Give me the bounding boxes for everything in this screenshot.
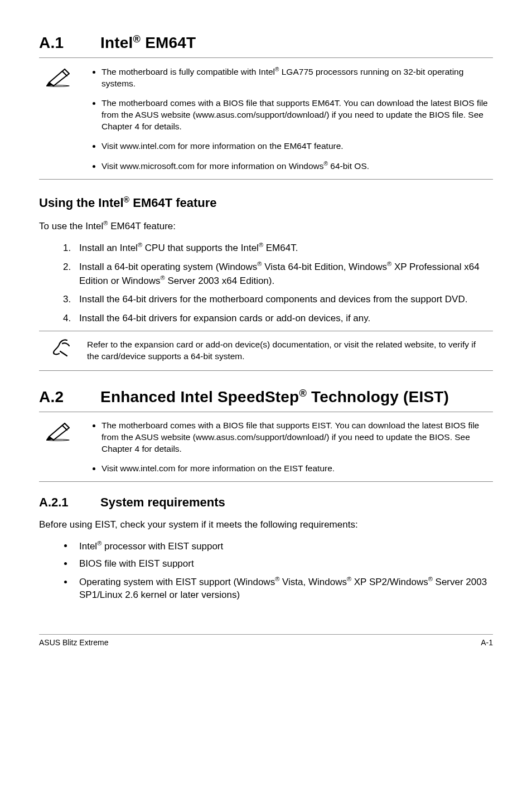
section-title-text: Enhanced Intel SpeedStep® Technology (EI…: [100, 388, 449, 405]
note-list-item: Visit www.intel.com for more information…: [101, 463, 490, 475]
using-steps-item: Install an Intel® CPU that supports the …: [74, 241, 493, 254]
note-list-item: The motherboard is fully compatible with…: [101, 66, 490, 90]
note-list-item: Visit www.microsoft.com for more informa…: [101, 160, 490, 172]
using-steps-item: Install the 64-bit drivers for the mothe…: [74, 293, 493, 306]
section-number: A.1: [39, 34, 100, 52]
pencil-icon: [42, 418, 77, 441]
footer-left: ASUS Blitz Extreme: [39, 638, 108, 647]
svg-line-2: [62, 426, 67, 430]
using-steps-item: Install a 64-bit operating system (Windo…: [74, 260, 493, 287]
note-body: Refer to the expansion card or add-on de…: [87, 337, 490, 365]
subheading-using-em64t: Using the Intel® EM64T feature: [39, 195, 493, 210]
requirements-intro: Before using EIST, check your system if …: [39, 519, 493, 532]
footer-right: A-1: [481, 638, 493, 647]
note-box-a1: The motherboard is fully compatible with…: [39, 57, 493, 180]
section-number: A.2: [39, 388, 100, 406]
svg-point-3: [47, 439, 69, 441]
subsection-title-text: System requirements: [100, 495, 225, 509]
svg-point-1: [47, 85, 69, 86]
note-box-refer: Refer to the expansion card or add-on de…: [39, 331, 493, 371]
page-footer: ASUS Blitz Extreme A-1: [39, 634, 493, 647]
subheading-a21: A.2.1System requirements: [39, 495, 493, 510]
note-body: The motherboard is fully compatible with…: [87, 64, 490, 173]
info-icon: [42, 337, 77, 358]
note-list: The motherboard is fully compatible with…: [87, 66, 490, 172]
using-intro: To use the Intel® EM64T feature:: [39, 219, 493, 233]
note-list-item: Visit www.intel.com for more information…: [101, 141, 490, 152]
requirements-list: Intel® processor with EIST supportBIOS f…: [39, 539, 493, 602]
note-list-item: The motherboard comes with a BIOS file t…: [101, 98, 490, 133]
section-heading-a1: A.1Intel® EM64T: [39, 33, 493, 52]
note-refer-text: Refer to the expansion card or add-on de…: [87, 339, 490, 363]
pencil-icon: [42, 64, 77, 87]
note-list: The motherboard comes with a BIOS file t…: [87, 420, 490, 475]
svg-line-0: [62, 71, 67, 76]
using-steps-item: Install the 64-bit drivers for expansion…: [74, 312, 493, 325]
subsection-number: A.2.1: [39, 495, 100, 510]
using-steps: Install an Intel® CPU that supports the …: [39, 241, 493, 325]
note-box-a2: The motherboard comes with a BIOS file t…: [39, 412, 493, 482]
requirements-list-item: Operating system with EIST support (Wind…: [74, 575, 493, 602]
note-list-item: The motherboard comes with a BIOS file t…: [101, 420, 490, 455]
note-body: The motherboard comes with a BIOS file t…: [87, 418, 490, 476]
requirements-list-item: Intel® processor with EIST support: [74, 539, 493, 553]
section-title-text: Intel® EM64T: [100, 34, 196, 51]
section-heading-a2: A.2Enhanced Intel SpeedStep® Technology …: [39, 388, 493, 406]
requirements-list-item: BIOS file with EIST support: [74, 557, 493, 571]
